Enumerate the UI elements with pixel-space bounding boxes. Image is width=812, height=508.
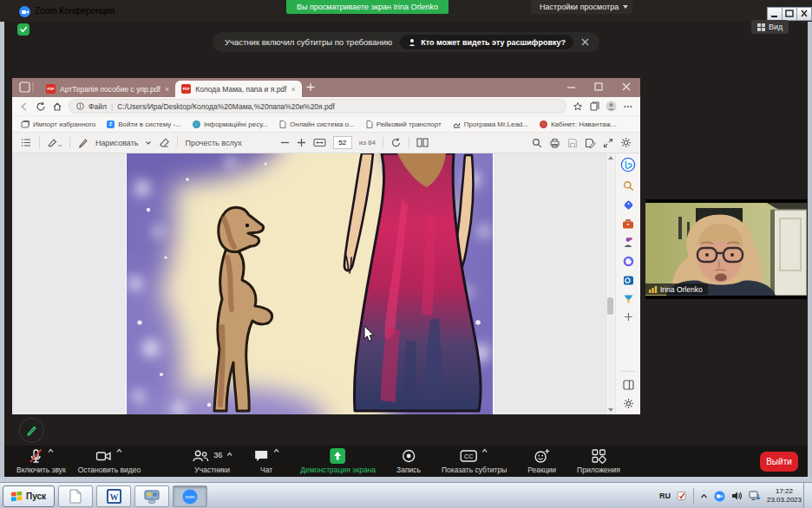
toc-icon[interactable] <box>21 137 32 148</box>
security-shield-icon[interactable] <box>17 23 29 36</box>
page-number-input[interactable] <box>333 136 352 149</box>
who-can-see-transcript-button[interactable]: Кто может видеть эту расшифровку? <box>400 35 573 49</box>
chevron-up-icon[interactable] <box>48 448 54 453</box>
sidebar-search-icon[interactable] <box>623 180 634 192</box>
print-icon[interactable] <box>549 138 560 148</box>
refresh-icon[interactable] <box>36 101 46 112</box>
network-icon[interactable] <box>749 491 761 501</box>
bookmark-label: Кабінет: Навантаж... <box>551 120 616 128</box>
apps-button[interactable]: Приложения <box>577 448 620 474</box>
address-bar[interactable]: Файл | C:/Users/Ира/Desktop/Колода%20Мам… <box>69 99 566 114</box>
record-button[interactable]: Запись <box>396 448 421 474</box>
chevron-up-icon[interactable] <box>482 448 488 453</box>
bookmark-info-resources[interactable]: Інформаційні ресу... <box>193 120 268 128</box>
sidebar-settings-icon[interactable] <box>623 398 634 409</box>
close-button[interactable] <box>796 7 812 21</box>
highlighter-icon[interactable] <box>47 137 62 148</box>
participant-video[interactable]: Irina Orlenko <box>645 199 807 299</box>
tools-icon[interactable] <box>622 218 634 229</box>
taskbar-clock[interactable]: 17:22 23.03.2023 <box>767 487 802 505</box>
view-settings-dropdown[interactable]: Настройки просмотра <box>531 0 632 14</box>
bing-discover-icon[interactable] <box>620 157 636 173</box>
participants-button[interactable]: 36 Участники <box>192 448 232 474</box>
new-tab-icon[interactable] <box>302 79 319 95</box>
more-menu-icon[interactable] <box>623 101 633 112</box>
bookmark-rail-transport[interactable]: Рейковий транспорт <box>366 120 442 128</box>
pdf-scrollbar[interactable] <box>606 153 615 414</box>
chevron-up-icon[interactable] <box>116 448 122 453</box>
stop-video-button[interactable]: Остановить видео <box>78 448 141 474</box>
bookmark-mrlead[interactable]: Програма Mr.Lead... <box>453 120 528 128</box>
chat-button[interactable]: Чат <box>253 448 279 474</box>
save-icon[interactable] <box>567 138 578 148</box>
reactions-label: Реакции <box>527 466 556 474</box>
maximize-button[interactable] <box>782 7 797 21</box>
m365-icon[interactable] <box>623 256 634 267</box>
bookmark-cabinet[interactable]: Кабінет: Навантаж... <box>540 120 616 128</box>
page-view-icon[interactable] <box>416 137 429 148</box>
info-icon[interactable] <box>76 102 84 110</box>
taskbar-document-app[interactable] <box>58 485 93 507</box>
scroll-up-icon[interactable] <box>608 156 613 160</box>
windows-logo-icon <box>11 492 23 502</box>
scroll-down-icon[interactable] <box>608 408 613 412</box>
rotate-icon[interactable] <box>390 137 402 148</box>
taskbar-word-app[interactable]: W <box>96 485 131 507</box>
taskbar-display-app[interactable] <box>134 485 169 507</box>
unmute-button[interactable]: Включить звук <box>16 448 66 474</box>
back-icon[interactable] <box>19 101 29 112</box>
minimize-button[interactable] <box>767 7 783 21</box>
profile-avatar[interactable] <box>606 101 617 112</box>
chevron-up-icon[interactable] <box>226 452 232 457</box>
outlook-icon[interactable] <box>623 275 634 286</box>
close-tab-icon[interactable]: × <box>291 85 295 94</box>
pdf-viewport[interactable] <box>12 153 606 414</box>
unmute-label: Включить звук <box>16 466 66 474</box>
search-icon[interactable] <box>532 138 542 148</box>
fullscreen-icon[interactable] <box>603 138 613 148</box>
collections-icon[interactable] <box>589 101 599 112</box>
show-hidden-icons[interactable] <box>700 492 708 500</box>
tab-actions-icon[interactable] <box>17 79 40 95</box>
chevron-down-icon[interactable] <box>145 140 152 146</box>
zoom-in-icon[interactable] <box>297 138 306 147</box>
shopping-icon[interactable] <box>623 199 634 211</box>
taskbar-zoom-app[interactable]: zoom <box>173 485 207 507</box>
tab-arttherapy-pdf[interactable]: PDF АртТерапія пособие с упр.pdf × <box>40 81 175 97</box>
bookmark-online-system[interactable]: Онлайн система о... <box>279 120 355 128</box>
read-aloud-label[interactable]: Прочесть вслух <box>185 139 241 147</box>
games-icon[interactable] <box>623 237 633 248</box>
ime-icon[interactable] <box>677 491 687 501</box>
eraser-icon[interactable] <box>159 137 170 148</box>
home-icon[interactable] <box>52 101 62 112</box>
draw-pen-icon[interactable] <box>77 137 88 148</box>
reactions-button[interactable]: Реакции <box>527 448 556 474</box>
sidebar-toggle-icon[interactable] <box>623 380 634 390</box>
captions-button[interactable]: CC Показать субтитры <box>442 448 507 474</box>
language-indicator[interactable]: RU <box>659 492 671 500</box>
leave-button[interactable]: Выйти <box>760 452 798 472</box>
browser-window-controls[interactable] <box>557 79 635 95</box>
tray-zoom-icon[interactable] <box>714 491 725 502</box>
bookmark-import[interactable]: Импорт избранного <box>21 120 95 128</box>
start-button[interactable]: Пуск <box>3 485 55 507</box>
sidebar-add-icon[interactable] <box>624 312 633 322</box>
fit-width-icon[interactable] <box>313 138 326 147</box>
save-as-icon[interactable] <box>585 138 596 148</box>
pdf-scrollbar-thumb[interactable] <box>607 297 613 315</box>
view-button[interactable]: Вид <box>751 20 789 34</box>
volume-icon[interactable] <box>731 491 743 501</box>
tab-koloda-pdf[interactable]: PDF Колода Мама, папа и я.pdf × <box>175 81 302 97</box>
zoom-out-icon[interactable] <box>280 138 290 147</box>
drop-site-icon[interactable] <box>623 294 634 304</box>
bookmark-login[interactable]: ZВойти в систему -... <box>107 120 181 128</box>
share-screen-button[interactable]: Демонстрация экрана <box>300 448 376 474</box>
close-tab-icon[interactable]: × <box>165 85 169 94</box>
close-notice-icon[interactable] <box>581 38 589 46</box>
bookmark-star-icon[interactable] <box>573 101 583 112</box>
settings-gear-icon[interactable] <box>620 137 632 148</box>
annotate-button[interactable] <box>19 418 44 443</box>
chevron-up-icon[interactable] <box>273 448 279 453</box>
draw-label[interactable]: Нарисовать <box>95 139 138 147</box>
show-desktop-button[interactable] <box>803 483 812 508</box>
